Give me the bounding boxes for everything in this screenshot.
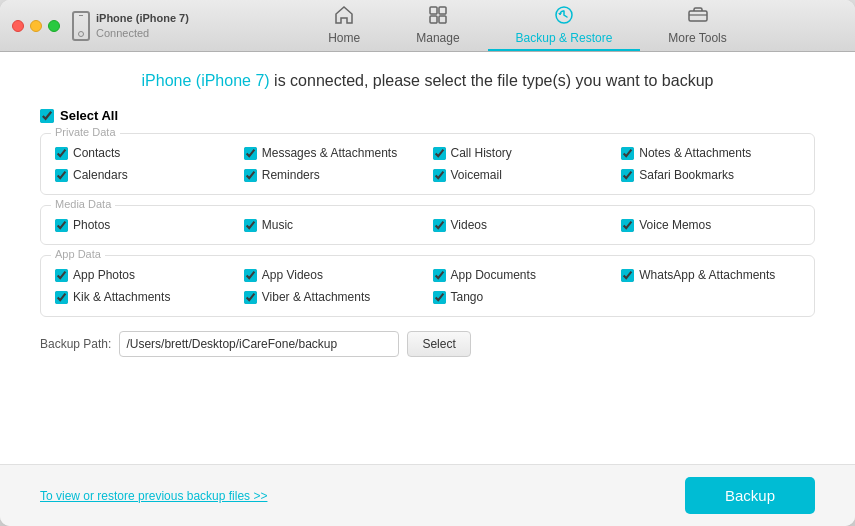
history-link[interactable]: To view or restore previous backup files… [40,489,267,503]
select-path-button[interactable]: Select [407,331,470,357]
checkbox-notes[interactable]: Notes & Attachments [621,146,800,160]
more-tools-icon [687,4,709,29]
nav-tabs: Home Manage [212,0,843,51]
app-data-section: App Data App Photos App Videos App Docum… [40,255,815,317]
home-icon [333,4,355,29]
select-all-label: Select All [60,108,118,123]
device-icon [72,11,90,41]
checkbox-voice-memos[interactable]: Voice Memos [621,218,800,232]
select-all-checkbox[interactable] [40,109,54,123]
app-window: iPhone (iPhone 7) Connected Home [0,0,855,526]
private-data-label: Private Data [51,126,120,138]
backup-path-label: Backup Path: [40,337,111,351]
tab-home[interactable]: Home [300,0,388,51]
tab-backup-label: Backup & Restore [516,31,613,45]
checkbox-calendars[interactable]: Calendars [55,168,234,182]
svg-rect-3 [439,16,446,23]
traffic-lights [12,20,60,32]
svg-rect-5 [689,11,707,21]
backup-path-row: Backup Path: Select [40,331,815,357]
svg-rect-1 [439,7,446,14]
titlebar: iPhone (iPhone 7) Connected Home [0,0,855,52]
minimize-button[interactable] [30,20,42,32]
backup-path-input[interactable] [119,331,399,357]
page-title: iPhone (iPhone 7) is connected, please s… [40,72,815,90]
app-data-label: App Data [51,248,105,260]
checkbox-reminders[interactable]: Reminders [244,168,423,182]
footer: To view or restore previous backup files… [0,464,855,526]
main-content: iPhone (iPhone 7) is connected, please s… [0,52,855,464]
backup-button[interactable]: Backup [685,477,815,514]
checkbox-messages[interactable]: Messages & Attachments [244,146,423,160]
device-info: iPhone (iPhone 7) Connected [72,11,192,41]
device-name: iPhone (iPhone 7) [96,11,189,25]
checkbox-safari[interactable]: Safari Bookmarks [621,168,800,182]
media-data-grid: Photos Music Videos Voice Memos [55,218,800,232]
maximize-button[interactable] [48,20,60,32]
tab-home-label: Home [328,31,360,45]
select-all-row: Select All [40,108,815,123]
tab-more-tools-label: More Tools [668,31,726,45]
backup-icon [553,4,575,29]
tab-backup[interactable]: Backup & Restore [488,0,641,51]
svg-rect-0 [430,7,437,14]
title-suffix: is connected, please select the file typ… [270,72,714,89]
tab-manage[interactable]: Manage [388,0,487,51]
private-data-grid: Contacts Messages & Attachments Call His… [55,146,800,182]
checkbox-tango[interactable]: Tango [433,290,612,304]
private-data-section: Private Data Contacts Messages & Attachm… [40,133,815,195]
checkbox-app-documents[interactable]: App Documents [433,268,612,282]
tab-manage-label: Manage [416,31,459,45]
checkbox-contacts[interactable]: Contacts [55,146,234,160]
select-all-checkbox-wrapper[interactable]: Select All [40,108,815,123]
media-data-label: Media Data [51,198,115,210]
svg-rect-2 [430,16,437,23]
checkbox-app-videos[interactable]: App Videos [244,268,423,282]
tab-more-tools[interactable]: More Tools [640,0,754,51]
checkbox-photos[interactable]: Photos [55,218,234,232]
checkbox-whatsapp[interactable]: WhatsApp & Attachments [621,268,800,282]
device-status: Connected [96,26,189,40]
checkbox-videos[interactable]: Videos [433,218,612,232]
manage-icon [427,4,449,29]
title-device-name: iPhone (iPhone 7) [142,72,270,89]
checkbox-app-photos[interactable]: App Photos [55,268,234,282]
checkbox-music[interactable]: Music [244,218,423,232]
checkbox-kik[interactable]: Kik & Attachments [55,290,234,304]
app-data-grid: App Photos App Videos App Documents What… [55,268,800,304]
checkbox-call-history[interactable]: Call History [433,146,612,160]
media-data-section: Media Data Photos Music Videos Voice Mem… [40,205,815,245]
checkbox-voicemail[interactable]: Voicemail [433,168,612,182]
checkbox-viber[interactable]: Viber & Attachments [244,290,423,304]
close-button[interactable] [12,20,24,32]
